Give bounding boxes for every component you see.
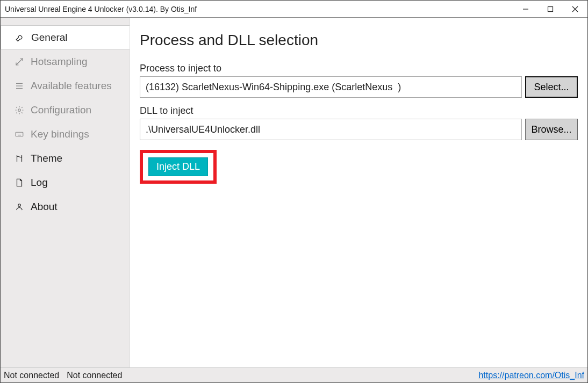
process-label: Process to inject to: [140, 63, 578, 74]
sidebar-item-about[interactable]: About: [1, 194, 130, 219]
sidebar-item-theme[interactable]: Theme: [1, 146, 130, 170]
sidebar: General Hotsampling Available features C…: [1, 18, 130, 367]
patreon-link[interactable]: https://patreon.com/Otis_Inf: [478, 371, 584, 380]
page-title: Process and DLL selection: [140, 32, 578, 49]
list-icon: [13, 81, 25, 91]
sidebar-item-keybindings[interactable]: Key bindings: [1, 122, 130, 146]
window-title: Universal Unreal Engine 4 Unlocker (v3.0…: [5, 5, 513, 13]
sidebar-item-general[interactable]: General: [1, 25, 130, 49]
dll-row: Browse...: [140, 119, 578, 140]
dll-input[interactable]: [140, 119, 522, 140]
close-button[interactable]: [563, 1, 587, 17]
statusbar: Not connected Not connected https://patr…: [1, 367, 587, 382]
sidebar-item-log[interactable]: Log: [1, 170, 130, 194]
sidebar-item-configuration[interactable]: Configuration: [1, 98, 130, 122]
svg-rect-8: [16, 132, 23, 136]
expand-icon: [13, 57, 25, 67]
content-area: Process and DLL selection Process to inj…: [130, 18, 587, 367]
maximize-button[interactable]: [538, 1, 563, 17]
browse-button[interactable]: Browse...: [525, 119, 578, 140]
sidebar-item-label: Log: [31, 177, 48, 189]
keyboard-icon: [13, 129, 25, 139]
gear-icon: [13, 105, 25, 115]
sidebar-item-label: Key bindings: [31, 128, 89, 140]
sidebar-item-label: Hotsampling: [31, 56, 88, 68]
app-window: Universal Unreal Engine 4 Unlocker (v3.0…: [0, 0, 588, 383]
svg-point-13: [18, 204, 21, 206]
theme-icon: [13, 154, 25, 163]
wrench-icon: [14, 33, 26, 42]
svg-point-7: [18, 109, 21, 111]
sidebar-item-label: Theme: [31, 153, 62, 164]
select-button[interactable]: Select...: [525, 76, 578, 98]
status-left: Not connected Not connected: [4, 371, 478, 380]
dll-label: DLL to inject: [140, 105, 578, 117]
svg-rect-1: [548, 6, 553, 11]
sidebar-item-label: Available features: [31, 80, 112, 92]
inject-dll-button[interactable]: Inject DLL: [148, 157, 208, 176]
status-text-2: Not connected: [67, 371, 122, 380]
window-controls: [513, 1, 587, 17]
sidebar-item-label: Configuration: [31, 104, 91, 116]
person-icon: [13, 202, 25, 212]
process-input[interactable]: [140, 76, 522, 98]
sidebar-item-label: General: [31, 32, 68, 44]
body: General Hotsampling Available features C…: [1, 18, 587, 367]
sidebar-item-label: About: [31, 201, 58, 213]
document-icon: [13, 178, 25, 187]
status-text-1: Not connected: [4, 371, 59, 380]
sidebar-item-hotsampling[interactable]: Hotsampling: [1, 49, 130, 74]
titlebar: Universal Unreal Engine 4 Unlocker (v3.0…: [1, 1, 587, 18]
process-row: Select...: [140, 76, 578, 98]
minimize-button[interactable]: [513, 1, 538, 17]
inject-highlight: Inject DLL: [140, 150, 217, 184]
sidebar-item-features[interactable]: Available features: [1, 74, 130, 98]
